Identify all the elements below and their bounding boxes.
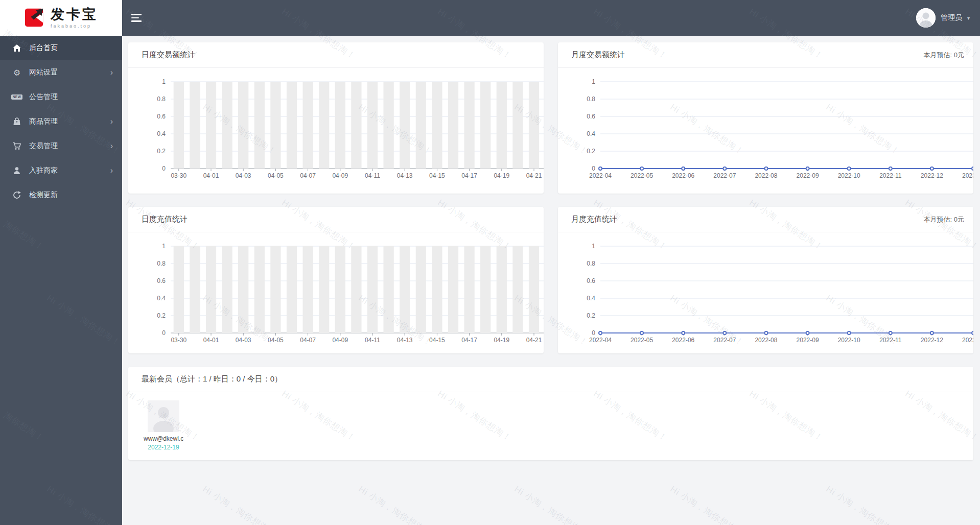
svg-text:0.2: 0.2 <box>157 148 166 155</box>
cart-icon <box>11 141 22 151</box>
announcement-new-icon: NEW <box>11 92 22 102</box>
main-area: 管理员 ▾ 日度交易额统计 00.20.40.60.8103-3004-0104… <box>122 0 980 525</box>
sidebar-item-site-settings[interactable]: ⚙ 网站设置 › <box>0 60 122 85</box>
svg-text:0.6: 0.6 <box>587 113 595 120</box>
hamburger-menu-icon[interactable] <box>131 12 143 24</box>
svg-text:0: 0 <box>592 329 595 337</box>
svg-text:2022-06: 2022-06 <box>672 337 694 344</box>
svg-text:04-15: 04-15 <box>429 337 445 344</box>
sidebar-item-products[interactable]: 商品管理 › <box>0 109 122 134</box>
brand-logo[interactable]: 发卡宝 fakabao.top <box>0 0 122 36</box>
monthly-recharge-chart: 00.20.40.60.812022-042022-052022-062022-… <box>558 232 973 353</box>
svg-text:0.2: 0.2 <box>157 312 166 319</box>
sidebar-nav: 后台首页 ⚙ 网站设置 › NEW 公告管理 商品管理 › <box>0 36 122 207</box>
svg-text:04-19: 04-19 <box>494 337 509 344</box>
sidebar: 发卡宝 fakabao.top 后台首页 ⚙ 网站设置 › NEW 公告管理 <box>0 0 122 525</box>
card-title: 日度充值统计 <box>142 214 188 224</box>
brand-logo-icon <box>24 7 45 29</box>
svg-text:04-07: 04-07 <box>300 337 316 344</box>
svg-text:1: 1 <box>162 78 166 85</box>
svg-text:0.2: 0.2 <box>587 312 595 319</box>
member-register-date: 2022-12-19 <box>148 444 179 451</box>
svg-text:04-09: 04-09 <box>332 337 348 344</box>
sidebar-item-trades[interactable]: 交易管理 › <box>0 134 122 158</box>
user-menu[interactable]: 管理员 ▾ <box>916 8 970 28</box>
svg-text:2022-12: 2022-12 <box>921 172 943 179</box>
svg-text:04-11: 04-11 <box>365 337 380 344</box>
latest-members-title: 最新会员（总计：1 / 昨日：0 / 今日：0） <box>142 374 282 384</box>
merchant-user-icon <box>11 165 22 176</box>
svg-text:04-05: 04-05 <box>268 172 284 179</box>
svg-text:2022-08: 2022-08 <box>755 172 777 179</box>
member-email: www@dkewl.com <box>144 435 183 442</box>
svg-text:04-13: 04-13 <box>397 337 413 344</box>
svg-text:0.6: 0.6 <box>587 277 595 284</box>
svg-text:2022-09: 2022-09 <box>797 172 819 179</box>
daily-recharge-chart: 00.20.40.60.8103-3004-0104-0304-0504-070… <box>128 232 544 353</box>
svg-text:0.4: 0.4 <box>157 295 166 302</box>
monthly-recharge-card: 月度充值统计 本月预估: 0元 00.20.40.60.812022-04202… <box>558 207 973 353</box>
svg-text:0.4: 0.4 <box>587 295 595 302</box>
svg-text:04-01: 04-01 <box>203 337 219 344</box>
admin-dashboard: 发卡宝 fakabao.top 后台首页 ⚙ 网站设置 › NEW 公告管理 <box>0 0 980 525</box>
user-avatar <box>916 8 936 28</box>
brand-name: 发卡宝 <box>51 8 98 21</box>
sidebar-item-label: 公告管理 <box>29 92 58 102</box>
svg-text:0.4: 0.4 <box>587 130 595 137</box>
svg-text:04-21: 04-21 <box>526 172 542 179</box>
svg-text:2023-01: 2023-01 <box>962 337 973 344</box>
svg-text:2022-04: 2022-04 <box>589 337 612 344</box>
svg-text:0.6: 0.6 <box>157 113 166 120</box>
card-title: 月度交易额统计 <box>571 50 625 60</box>
card-title: 日度交易额统计 <box>142 50 195 60</box>
svg-text:1: 1 <box>162 243 166 250</box>
svg-text:03-30: 03-30 <box>171 337 186 344</box>
svg-text:2022-07: 2022-07 <box>713 172 736 179</box>
svg-text:0.8: 0.8 <box>587 96 595 103</box>
svg-text:2022-04: 2022-04 <box>589 172 612 179</box>
monthly-trade-card: 月度交易额统计 本月预估: 0元 00.20.40.60.812022-0420… <box>558 42 973 194</box>
latest-members-card: 最新会员（总计：1 / 昨日：0 / 今日：0） www@dkewl.com 2… <box>128 367 973 460</box>
svg-text:0.2: 0.2 <box>587 148 595 155</box>
svg-text:2022-07: 2022-07 <box>713 337 736 344</box>
svg-text:04-17: 04-17 <box>461 337 477 344</box>
svg-text:04-15: 04-15 <box>429 172 445 179</box>
brand-domain: fakabao.top <box>51 23 98 29</box>
sidebar-item-merchants[interactable]: 入驻商家 › <box>0 158 122 183</box>
svg-text:2022-10: 2022-10 <box>838 172 860 179</box>
svg-text:2022-06: 2022-06 <box>672 172 694 179</box>
svg-text:04-09: 04-09 <box>332 172 348 179</box>
svg-text:2023-01: 2023-01 <box>962 172 973 179</box>
card-title: 月度充值统计 <box>571 214 617 224</box>
sidebar-item-label: 商品管理 <box>29 117 58 126</box>
daily-trade-chart: 00.20.40.60.8103-3004-0104-0304-0504-070… <box>128 68 544 194</box>
topbar: 管理员 ▾ <box>122 0 980 36</box>
sidebar-item-check-update[interactable]: 检测更新 <box>0 183 122 207</box>
goods-bag-icon <box>11 116 22 127</box>
svg-text:04-17: 04-17 <box>461 172 477 179</box>
monthly-estimate-label: 本月预估: 0元 <box>924 51 964 60</box>
sidebar-item-announcements[interactable]: NEW 公告管理 <box>0 85 122 109</box>
svg-text:04-21: 04-21 <box>526 337 542 344</box>
svg-text:0: 0 <box>162 329 166 337</box>
svg-text:2022-09: 2022-09 <box>797 337 819 344</box>
svg-text:03-30: 03-30 <box>171 172 186 179</box>
svg-text:2022-10: 2022-10 <box>838 337 860 344</box>
home-icon <box>11 43 22 53</box>
sidebar-item-home[interactable]: 后台首页 <box>0 36 122 60</box>
svg-text:2022-11: 2022-11 <box>879 172 901 179</box>
svg-text:2022-05: 2022-05 <box>631 172 653 179</box>
svg-text:04-01: 04-01 <box>203 172 219 179</box>
chevron-right-icon: › <box>110 117 113 126</box>
svg-text:04-13: 04-13 <box>397 172 413 179</box>
svg-text:04-07: 04-07 <box>300 172 316 179</box>
svg-text:0.8: 0.8 <box>157 260 166 267</box>
monthly-estimate-label: 本月预估: 0元 <box>924 215 964 224</box>
svg-text:0: 0 <box>592 165 595 172</box>
daily-recharge-card: 日度充值统计 00.20.40.60.8103-3004-0104-0304-0… <box>128 207 544 353</box>
svg-text:04-03: 04-03 <box>236 337 251 344</box>
brand-text: 发卡宝 fakabao.top <box>51 8 98 29</box>
svg-text:04-05: 04-05 <box>268 337 284 344</box>
member-list: www@dkewl.com 2022-12-19 <box>128 392 973 451</box>
member-item[interactable]: www@dkewl.com 2022-12-19 <box>141 400 186 451</box>
